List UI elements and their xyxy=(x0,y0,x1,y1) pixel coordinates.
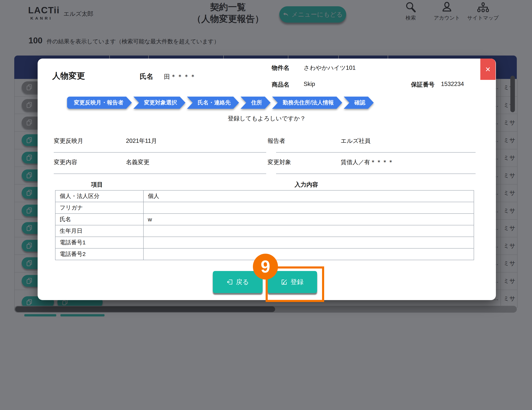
input-cell xyxy=(143,225,474,237)
field-divider xyxy=(54,152,266,153)
input-cell: 個人 xyxy=(143,190,474,202)
field-label: 変更反映月 xyxy=(54,137,83,145)
field-divider xyxy=(276,152,475,153)
confirmation-table-row: 個人・法人区分個人 xyxy=(55,190,474,202)
item-cell: 生年月日 xyxy=(55,225,143,237)
product-label: 商品名 xyxy=(272,81,289,89)
wizard-step-1[interactable]: 変更反映月・報告者 xyxy=(67,97,132,109)
product-value: Skip xyxy=(304,81,315,88)
field-label: 変更内容 xyxy=(54,158,77,166)
item-cell: フリガナ xyxy=(55,202,143,214)
modal-close-button[interactable]: × xyxy=(480,59,495,80)
name-label: 氏名 xyxy=(140,72,153,81)
item-cell: 電話番号2 xyxy=(55,248,143,260)
field-value: 2021年11月 xyxy=(126,137,157,145)
confirmation-table-row: 電話番号1 xyxy=(55,237,474,248)
exit-icon xyxy=(227,279,233,285)
field-divider xyxy=(54,173,266,174)
wizard-step-5[interactable]: 勤務先住所/法人情報 xyxy=(272,97,342,109)
field-value: エルズ社員 xyxy=(341,137,370,145)
input-cell: w xyxy=(143,214,474,225)
wizard-stepper: 変更反映月・報告者変更対象選択氏名・連絡先住所勤務先住所/法人情報確認 xyxy=(67,97,374,109)
property-value: さわやかハイツ101 xyxy=(304,64,356,72)
confirmation-table-row: 氏名w xyxy=(55,214,474,225)
item-cell: 個人・法人区分 xyxy=(55,190,143,202)
guarantee-number-value: 1532234 xyxy=(441,81,464,88)
confirmation-table: 個人・法人区分個人フリガナ氏名w生年月日電話番号1電話番号2 xyxy=(55,190,474,260)
annotation-step-badge: 9 xyxy=(253,254,278,280)
wizard-step-2[interactable]: 変更対象選択 xyxy=(133,97,185,109)
wizard-step-4[interactable]: 住所 xyxy=(240,97,271,109)
input-cell xyxy=(143,202,474,214)
wizard-step-3[interactable]: 氏名・連絡先 xyxy=(187,97,239,109)
item-cell: 電話番号1 xyxy=(55,237,143,248)
guarantee-number-label: 保証番号 xyxy=(411,81,435,89)
field-value: 名義変更 xyxy=(126,158,150,166)
name-value: 田＊＊＊＊ xyxy=(164,73,196,81)
input-cell xyxy=(143,248,474,260)
column-header-input: 入力内容 xyxy=(139,181,474,189)
property-label: 物件名 xyxy=(272,64,289,72)
field-value: 賃借人／有＊＊＊＊ xyxy=(341,158,394,166)
column-header-item: 項目 xyxy=(55,181,139,189)
modal-title: 人物変更 xyxy=(52,70,85,81)
back-button[interactable]: 戻る xyxy=(213,271,263,293)
item-cell: 氏名 xyxy=(55,214,143,225)
confirm-message: 登録してもよろしいですか？ xyxy=(38,115,496,122)
field-divider xyxy=(276,173,475,174)
field-label: 報告者 xyxy=(267,137,285,145)
input-cell xyxy=(143,237,474,248)
wizard-step-6[interactable]: 確認 xyxy=(344,97,374,109)
confirmation-table-row: 生年月日 xyxy=(55,225,474,237)
field-label: 変更対象 xyxy=(267,158,291,166)
confirmation-table-row: フリガナ xyxy=(55,202,474,214)
